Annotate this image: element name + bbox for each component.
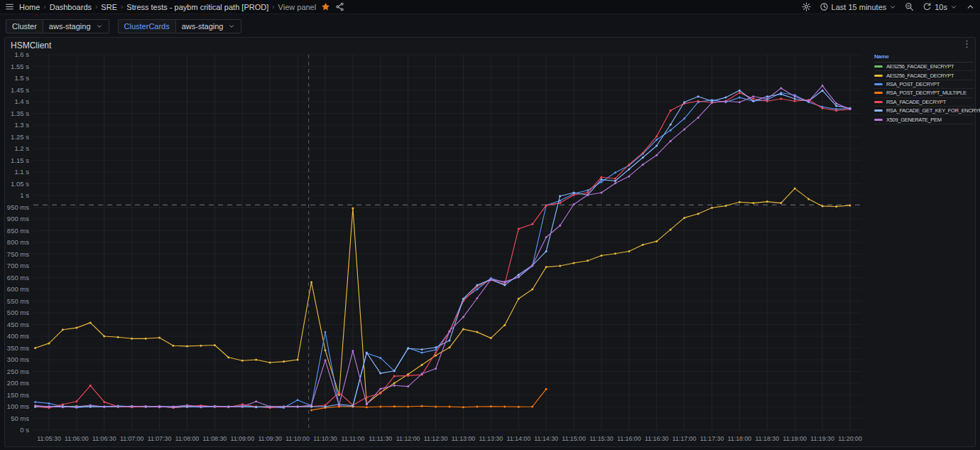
svg-text:11:16:30: 11:16:30 [645, 435, 669, 442]
svg-text:11:07:00: 11:07:00 [120, 435, 144, 442]
zoom-out-icon [905, 2, 914, 11]
series-name: RSA_POST_DECRYPT [886, 81, 940, 87]
svg-text:350 ms: 350 ms [7, 344, 29, 352]
series-name: AES256_FACADE_DECRYPT [886, 73, 954, 79]
svg-text:1.2 s: 1.2 s [14, 144, 29, 152]
variable-clustercards-value: aws-staging [182, 22, 224, 31]
breadcrumb-separator: › [272, 3, 274, 11]
svg-text:11:14:30: 11:14:30 [534, 435, 558, 442]
breadcrumb: Home › Dashboards › SRE › Stress tests -… [19, 3, 316, 11]
svg-text:0 s: 0 s [20, 426, 29, 434]
legend-row[interactable]: RSA_POST_DECRYPT_MULTIPLE [874, 89, 974, 97]
svg-text:11:08:30: 11:08:30 [203, 435, 227, 442]
breadcrumb-separator: › [43, 3, 45, 11]
svg-text:1.15 s: 1.15 s [11, 156, 29, 164]
breadcrumb-dashboard-title[interactable]: Stress tests - paybm critical path [PROD… [126, 3, 268, 11]
variable-clustercards-label: ClusterCards [118, 19, 176, 33]
chevron-up-icon [966, 2, 975, 11]
svg-text:11:19:30: 11:19:30 [810, 435, 834, 442]
svg-text:11:19:00: 11:19:00 [783, 435, 807, 442]
svg-text:1.45 s: 1.45 s [11, 86, 29, 94]
svg-text:900 ms: 900 ms [7, 215, 29, 223]
svg-text:1.3 s: 1.3 s [14, 121, 29, 129]
top-nav-actions: Last 15 minutes 10s [802, 2, 975, 11]
menu-button[interactable] [5, 2, 14, 11]
refresh-icon [922, 2, 932, 11]
variable-cluster-label: Cluster [6, 19, 43, 33]
svg-text:11:07:30: 11:07:30 [148, 435, 172, 442]
svg-text:1.6 s: 1.6 s [14, 50, 29, 58]
series-color-swatch [874, 65, 883, 68]
svg-text:650 ms: 650 ms [7, 274, 29, 282]
svg-text:11:11:30: 11:11:30 [369, 435, 392, 442]
series-color-swatch [874, 75, 883, 77]
series-color-swatch [874, 101, 883, 103]
legend-row[interactable]: RSA_POST_DECRYPT [874, 80, 974, 89]
svg-text:11:12:30: 11:12:30 [424, 435, 448, 442]
hamburger-menu-icon [5, 2, 14, 11]
chevron-down-icon [228, 23, 235, 30]
breadcrumb-separator: › [121, 3, 123, 11]
svg-text:1.35 s: 1.35 s [11, 109, 29, 117]
svg-text:550 ms: 550 ms [7, 297, 29, 305]
zoom-out-button[interactable] [905, 2, 914, 11]
dashboard-variables: Cluster aws-staging ClusterCards aws-sta… [6, 19, 241, 33]
legend-row[interactable]: RSA_FACADE_GET_KEY_FOR_ENCRYPTION [874, 107, 974, 115]
svg-text:11:18:00: 11:18:00 [728, 435, 752, 442]
chevron-down-icon [96, 23, 103, 30]
gear-icon [802, 2, 811, 11]
breadcrumb-home[interactable]: Home [19, 3, 40, 11]
legend-row[interactable]: RSA_FACADE_DECRYPT [874, 98, 974, 107]
timeseries-panel: HSMClient ⋮ 0 s50 ms100 ms150 ms200 ms25… [4, 37, 976, 447]
legend-row[interactable]: X509_GENERATE_PEM [874, 115, 974, 124]
breadcrumb-folder[interactable]: SRE [101, 3, 117, 11]
svg-text:11:14:00: 11:14:00 [506, 435, 530, 442]
collapse-top-bar-button[interactable] [966, 2, 975, 11]
svg-text:750 ms: 750 ms [7, 250, 29, 258]
svg-text:11:17:30: 11:17:30 [700, 435, 724, 442]
series-name: X509_GENERATE_PEM [886, 117, 942, 123]
refresh-controls[interactable]: 10s [922, 2, 957, 11]
svg-text:11:13:30: 11:13:30 [479, 435, 503, 442]
svg-text:600 ms: 600 ms [7, 285, 29, 293]
svg-text:1.5 s: 1.5 s [14, 74, 29, 82]
svg-text:1.55 s: 1.55 s [11, 63, 29, 70]
svg-text:11:09:00: 11:09:00 [230, 435, 254, 442]
variable-cluster-value: aws-staging [49, 22, 91, 31]
svg-text:150 ms: 150 ms [7, 391, 29, 399]
panel-menu-kebab-icon[interactable]: ⋮ [962, 39, 971, 48]
series-name: RSA_POST_DECRYPT_MULTIPLE [886, 90, 967, 96]
series-name: RSA_FACADE_DECRYPT [886, 99, 946, 105]
share-button[interactable] [335, 2, 344, 11]
svg-text:11:16:00: 11:16:00 [617, 435, 641, 442]
chevron-down-icon [950, 4, 957, 11]
svg-text:1.4 s: 1.4 s [14, 97, 29, 105]
svg-text:1 s: 1 s [20, 191, 29, 199]
svg-text:11:08:00: 11:08:00 [175, 435, 200, 442]
variable-clustercards: ClusterCards aws-staging [118, 19, 242, 33]
dashboard-settings-button[interactable] [802, 2, 811, 11]
time-range-picker[interactable]: Last 15 minutes [820, 2, 897, 11]
svg-text:11:13:00: 11:13:00 [452, 435, 476, 442]
legend-header-name[interactable]: Name [874, 52, 974, 63]
breadcrumb-separator: › [95, 3, 97, 11]
breadcrumb-dashboards[interactable]: Dashboards [50, 3, 92, 11]
favorite-button[interactable] [321, 2, 330, 11]
svg-text:1.1 s: 1.1 s [14, 168, 29, 176]
svg-text:850 ms: 850 ms [7, 227, 29, 235]
timeseries-chart[interactable]: 0 s50 ms100 ms150 ms200 ms250 ms300 ms35… [5, 49, 873, 445]
series-color-swatch [874, 83, 883, 85]
variable-clustercards-dropdown[interactable]: aws-staging [176, 19, 242, 33]
chart-legend: Name AES256_FACADE_ENCRYPT AES256_FACADE… [874, 52, 978, 124]
series-color-swatch [874, 119, 883, 121]
svg-text:1.05 s: 1.05 s [11, 180, 29, 188]
svg-text:11:05:30: 11:05:30 [37, 435, 61, 442]
svg-text:700 ms: 700 ms [7, 262, 29, 269]
legend-row[interactable]: AES256_FACADE_ENCRYPT [874, 63, 974, 71]
variable-cluster-dropdown[interactable]: aws-staging [43, 19, 109, 33]
svg-text:1.25 s: 1.25 s [11, 133, 29, 141]
legend-row[interactable]: AES256_FACADE_DECRYPT [874, 71, 974, 80]
svg-text:200 ms: 200 ms [7, 379, 29, 387]
breadcrumb-view-panel: View panel [278, 3, 317, 11]
svg-text:400 ms: 400 ms [7, 332, 29, 340]
